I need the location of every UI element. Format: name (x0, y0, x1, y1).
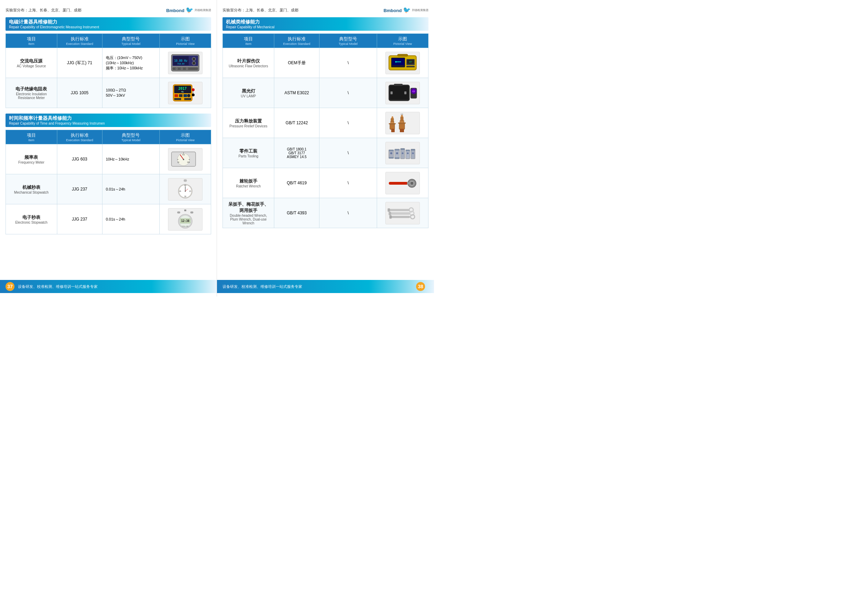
model-cell: 0.01s～24h (102, 204, 160, 234)
left-section1-title-bar: 电磁计量器具维修能力 Repair Capability of Electrom… (6, 17, 211, 31)
pic-cell: UV (377, 78, 428, 108)
std-cell: GB/T 1800.1GB/T 3177ASMEY 14.5 (274, 138, 319, 168)
model-cell: \ (319, 48, 377, 78)
svg-rect-84 (400, 129, 404, 132)
svg-point-10 (186, 68, 188, 70)
model-cell: \ (319, 168, 377, 198)
svg-point-100 (407, 152, 409, 154)
svg-rect-34 (184, 179, 187, 182)
svg-text:UST: UST (409, 61, 412, 63)
svg-rect-50 (190, 211, 193, 213)
ratchet-wrench-svg (387, 173, 418, 193)
svg-text:10: 10 (177, 161, 179, 163)
svg-rect-106 (410, 182, 413, 185)
device-image-parts-tooling (385, 142, 420, 164)
svg-text:15: 15 (189, 190, 191, 192)
left-footer-text: 设备研发、校准检测、维修培训一站式服务专家 (18, 284, 97, 289)
svg-rect-111 (390, 213, 410, 214)
svg-point-97 (390, 152, 392, 154)
left-section2-title-en: Repair Capability of Time and Frequency … (9, 121, 208, 125)
model-cell: 电压：(10mV～750V)(10Hz～100kHz)频率：10Hz～100kH… (102, 48, 160, 78)
device-image-freq-meter: Hz 10 10k (168, 148, 202, 170)
r-col-header-model: 典型型号 Typical Model (319, 34, 377, 48)
model-cell: \ (319, 108, 377, 138)
svg-rect-89 (395, 149, 400, 151)
pic-cell (377, 138, 428, 168)
item-cell: 叶片探伤仪 Ultrasonic Flaw Detectors (223, 48, 274, 78)
left-page: 实验室分布：上海、长春、北京、厦门、成都 Bmbond 🐦 邦德检测集团 电磁计… (0, 0, 217, 297)
svg-text:2017: 2017 (179, 87, 187, 90)
svg-text:12:38: 12:38 (181, 220, 189, 223)
pic-cell (377, 168, 428, 198)
svg-text:10.00 Hz: 10.00 Hz (174, 59, 187, 62)
left-lab-info: 实验室分布：上海、长春、北京、厦门、成都 (6, 7, 81, 13)
elec-stopwatch-svg: 12:38 0.01s~24h (170, 209, 201, 229)
svg-text:30: 30 (184, 195, 186, 197)
std-cell: JJG (军工) 71 (57, 48, 102, 78)
pic-cell (377, 198, 428, 228)
table-row: 交流电压源 AC Voltage Source JJG (军工) 71 电压：(… (6, 48, 211, 78)
table-row: 电子秒表 Electronic Stopwatch JJG 237 0.01s～… (6, 204, 211, 234)
svg-rect-49 (177, 211, 180, 213)
insulation-meter-svg: 2017 MΩ (170, 83, 201, 103)
col-header-model1: 典型型号 Typical Model (102, 34, 160, 48)
std-cell: GB/T 4393 (274, 198, 319, 228)
table-row: 电子绝缘电阻表 Electronic Insulation Resistance… (6, 78, 211, 108)
svg-rect-61 (406, 66, 415, 67)
table-row: 频率表 Frequency Meter JJG 603 10Hz～10kHz (6, 144, 211, 174)
svg-point-8 (176, 68, 178, 70)
right-header: 实验室分布：上海、长春、北京、厦门、成都 Bmbond 🐦 邦德检测集团 (223, 6, 428, 14)
frequency-meter-svg: Hz 10 10k (170, 149, 201, 169)
svg-rect-90 (395, 157, 400, 159)
svg-rect-15 (174, 94, 178, 97)
pic-cell: 10.00 Hz 750.0V (160, 48, 211, 78)
right-section1-title-en: Repair Capability of Mechanical (226, 25, 425, 29)
right-logo-text: Bmbond 🐦 (384, 6, 410, 14)
page-container: 实验室分布：上海、长春、北京、厦门、成都 Bmbond 🐦 邦德检测集团 电磁计… (0, 0, 434, 297)
svg-point-20 (192, 93, 195, 96)
svg-rect-69 (391, 92, 393, 94)
svg-rect-23 (184, 98, 191, 100)
svg-rect-108 (389, 209, 409, 211)
std-cell: JJG 237 (57, 174, 102, 204)
device-image-ac-voltage: 10.00 Hz 750.0V (168, 52, 202, 74)
svg-point-6 (192, 61, 196, 65)
item-cell: 压力释放装置 Pressure Rrelief Devices (223, 108, 274, 138)
left-section1-table: 项目 Item 执行标准 Execution Standard 典型型号 Typ… (6, 34, 211, 108)
svg-rect-75 (389, 123, 396, 124)
svg-point-31 (183, 159, 184, 160)
right-page: 实验室分布：上海、长春、北京、厦门、成都 Bmbond 🐦 邦德检测集团 机械类… (217, 0, 434, 297)
col-header-item1: 项目 Item (6, 34, 57, 48)
svg-point-5 (192, 57, 196, 61)
model-cell: \ (319, 78, 377, 108)
model-cell: 10Hz～10kHz (102, 144, 160, 174)
device-image-mech-stopwatch: 60 15 30 45 (168, 178, 202, 201)
right-section1-title-bar: 机械类维修能力 Repair Capability of Mechanical (223, 17, 428, 31)
table-row: 机械秒表 Mechanical Stopwatch JJG 237 0.01s～… (6, 174, 211, 204)
svg-text:Hz: Hz (182, 154, 185, 156)
flaw-detector-svg: ●▬▬▬ UST (387, 53, 418, 73)
model-cell: 100Ω～2TΩ50V～10kV (102, 78, 160, 108)
svg-point-18 (187, 94, 190, 97)
left-section2-title-bar: 时间和频率计量器具维修能力 Repair Capability of Time … (6, 114, 211, 127)
item-cell: 频率表 Frequency Meter (6, 144, 57, 174)
left-section2-table: 项目 Item 执行标准 Execution Standard 典型型号 Typ… (6, 130, 211, 234)
left-section2-title-zh: 时间和频率计量器具维修能力 (9, 115, 208, 121)
std-cell: JJG 237 (57, 204, 102, 234)
ac-voltage-svg: 10.00 Hz 750.0V (170, 53, 201, 73)
table-row: 棘轮扳手 Ratchet Wrench QB/T 4619 \ (223, 168, 428, 198)
svg-point-98 (396, 152, 398, 154)
svg-rect-92 (400, 148, 404, 150)
col-header-item2: 项目 Item (6, 130, 57, 144)
svg-text:750.0V: 750.0V (177, 62, 185, 65)
right-footer-text: 设备研发、校准检测、维修培训一站式服务专家 (223, 284, 302, 289)
parts-tooling-svg (387, 143, 418, 163)
device-image-ratchet-wrench (385, 172, 420, 194)
svg-marker-74 (391, 116, 394, 118)
item-cell: 黑光灯 UV LAMP (223, 78, 274, 108)
std-cell: OEM手册 (274, 48, 319, 78)
model-cell: \ (319, 138, 377, 168)
svg-rect-94 (406, 150, 410, 151)
r-col-header-pic: 示图 Pictorial View (377, 34, 428, 48)
svg-rect-70 (404, 92, 406, 94)
